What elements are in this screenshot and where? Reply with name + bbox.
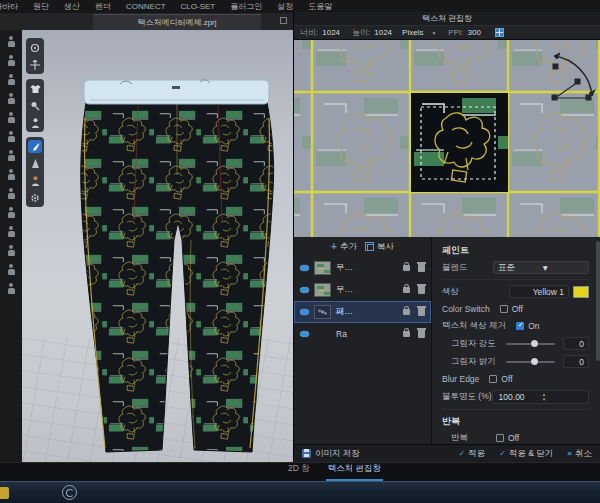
- save-image-button[interactable]: 이미지 저장: [302, 448, 360, 460]
- blur-edge-checkbox[interactable]: [489, 375, 497, 383]
- texture-tool-icon[interactable]: [6, 188, 17, 199]
- slider-handle[interactable]: [531, 358, 538, 365]
- clo-taskbar-icon[interactable]: [62, 485, 77, 500]
- color-swatch[interactable]: [573, 286, 589, 298]
- slider-handle[interactable]: [531, 340, 538, 347]
- lock-icon[interactable]: [403, 309, 410, 315]
- avatar-pose-tool-icon[interactable]: [6, 36, 17, 47]
- color-switch-checkbox[interactable]: [500, 305, 508, 313]
- opacity-field[interactable]: 100.00 ▲ ▼: [492, 390, 589, 404]
- shadow-brightness-field[interactable]: 0: [563, 355, 589, 368]
- color-value: Yellow 1: [533, 287, 564, 297]
- layer-row[interactable]: 무…: [294, 279, 431, 301]
- copy-layer-button[interactable]: 복사: [367, 241, 394, 253]
- tab-texture-editor[interactable]: 텍스처 편집창: [326, 460, 383, 481]
- shadow-brightness-value: 0: [579, 357, 584, 367]
- apply-close-button[interactable]: ✓ 적용 & 닫기: [499, 448, 553, 460]
- menu-item-4[interactable]: 렌더: [95, 1, 111, 12]
- shadow-brightness-slider[interactable]: [506, 361, 555, 363]
- spinner-down-icon[interactable]: ▼: [542, 398, 585, 402]
- menu-item-6[interactable]: CLO-SET: [181, 2, 216, 11]
- copy-layer-label: 복사: [377, 241, 394, 253]
- texture-canvas[interactable]: [294, 40, 600, 237]
- 3d-viewport[interactable]: [22, 30, 293, 468]
- avatar-edit-tool-icon[interactable]: [6, 74, 17, 85]
- menu-item-1[interactable]: 아바타: [0, 1, 18, 12]
- avatar-move-tool-icon[interactable]: [6, 55, 17, 66]
- shadow-intensity-row: 그림자 강도 0: [442, 337, 589, 350]
- add-layer-button[interactable]: + 추가: [331, 241, 357, 253]
- width-value[interactable]: 1024: [322, 28, 340, 37]
- ppi-label: PPI:: [448, 28, 463, 37]
- trash-icon[interactable]: [418, 308, 425, 316]
- garment-show-icon[interactable]: [28, 82, 42, 95]
- height-value[interactable]: 1024: [374, 28, 392, 37]
- spinner-up-icon[interactable]: ▲: [542, 393, 585, 397]
- texture-info-bar: 너비: 1024 높이: 1024 Pixels ▼ PPI: 300: [294, 25, 600, 40]
- avatar-show-tool-icon[interactable]: [6, 93, 17, 104]
- sewing-tool-icon[interactable]: [6, 150, 17, 161]
- menu-item-8[interactable]: 설정: [277, 1, 293, 12]
- eye-icon[interactable]: [300, 265, 309, 271]
- arrangement-tool-icon[interactable]: [6, 112, 17, 123]
- eye-icon[interactable]: [300, 287, 309, 293]
- ppi-value[interactable]: 300: [467, 28, 480, 37]
- pattern-grid-icon[interactable]: [495, 28, 504, 37]
- avatar-tape-icon[interactable]: [28, 174, 42, 187]
- tab-2d-window[interactable]: 2D 창: [286, 460, 312, 481]
- taskbar-folder-icon[interactable]: [0, 487, 9, 499]
- print-layout-tool-icon[interactable]: [6, 226, 17, 237]
- eye-icon[interactable]: [300, 309, 309, 315]
- pin-box-icon[interactable]: [28, 99, 42, 112]
- simulate-tool-icon[interactable]: [28, 41, 42, 54]
- garment-pants[interactable]: [60, 60, 293, 465]
- menu-item-3[interactable]: 생산: [64, 1, 80, 12]
- unit-dropdown[interactable]: Pixels ▼: [402, 28, 436, 37]
- menu-item-2[interactable]: 원단: [33, 1, 49, 12]
- repeat-checkbox[interactable]: [496, 434, 504, 442]
- layer-row[interactable]: 무…: [294, 257, 431, 279]
- blend-dropdown[interactable]: 표준 ▼: [493, 261, 589, 274]
- menu-item-7[interactable]: 플러그인: [230, 1, 262, 12]
- blur-edge-label: Blur Edge: [442, 374, 479, 384]
- uv-tool-icon[interactable]: [6, 245, 17, 256]
- remove-texture-color-state: On: [528, 321, 539, 331]
- menu-item-9[interactable]: 도움말: [308, 1, 332, 12]
- popout-icon[interactable]: [280, 17, 287, 24]
- measure-tool-icon[interactable]: [6, 169, 17, 180]
- remove-texture-color-checkbox[interactable]: [516, 322, 524, 330]
- lock-icon[interactable]: [403, 287, 410, 293]
- buttonhole-tool-icon[interactable]: [6, 283, 17, 294]
- shadow-intensity-slider[interactable]: [506, 343, 555, 345]
- layer-row-selected[interactable]: 패…: [294, 301, 431, 323]
- gizmo-tool-icon[interactable]: [28, 58, 42, 71]
- settings-gear-icon[interactable]: [28, 191, 42, 204]
- color-switch-state: Off: [512, 304, 523, 314]
- trim-tool-icon[interactable]: [6, 264, 17, 275]
- project-tab[interactable]: 텍스처에디터예제.zprj: [93, 14, 261, 30]
- cancel-label: 취소: [575, 448, 592, 460]
- texture-editor-titlebar[interactable]: 텍스처 편집창: [294, 12, 600, 25]
- trash-icon[interactable]: [418, 286, 425, 294]
- paint-brush-icon[interactable]: [28, 140, 42, 153]
- avatar-show-icon[interactable]: [28, 116, 42, 129]
- repeat-row: 반복 Off: [442, 432, 589, 444]
- fur-tool-icon[interactable]: [6, 207, 17, 218]
- lock-icon[interactable]: [403, 331, 410, 337]
- layer-row[interactable]: Ra: [294, 323, 431, 345]
- shadow-intensity-field[interactable]: 0: [563, 337, 589, 350]
- menu-item-5[interactable]: CONNECT: [126, 2, 166, 11]
- opacity-value: 100.00: [499, 392, 542, 402]
- cancel-button[interactable]: × 취소: [567, 448, 592, 460]
- spinner[interactable]: ▲ ▼: [542, 393, 585, 402]
- pin-tool-icon[interactable]: [6, 131, 17, 142]
- color-value-field[interactable]: Yellow 1: [509, 285, 569, 298]
- apply-button[interactable]: ✓ 적용: [459, 448, 486, 460]
- shadow-intensity-value: 0: [579, 339, 584, 349]
- lock-icon[interactable]: [403, 265, 410, 271]
- spray-tool-icon[interactable]: [28, 157, 42, 170]
- properties-scrollbar[interactable]: [596, 241, 600, 361]
- trash-icon[interactable]: [418, 330, 425, 338]
- trash-icon[interactable]: [418, 264, 425, 272]
- eye-icon[interactable]: [300, 331, 309, 337]
